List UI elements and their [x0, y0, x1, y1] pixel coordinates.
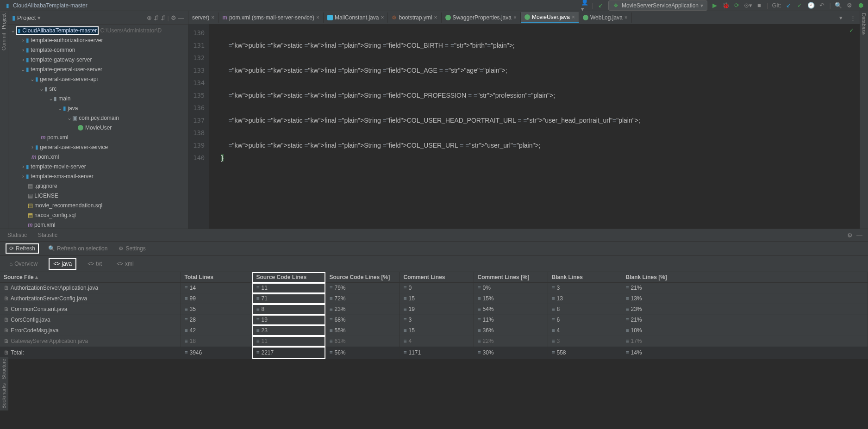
tree-item[interactable]: ⌄▣ com.pcy.domain	[8, 113, 188, 123]
tab-more-icon[interactable]: ⋮	[846, 14, 860, 21]
project-tool-tab[interactable]: Project	[0, 11, 7, 31]
tree-item[interactable]: ›▮ template-authorization-server	[8, 36, 188, 45]
table-row[interactable]: 🗎 CommonConstant.java≡35≡8≡23%≡19≡54%≡8≡…	[0, 304, 868, 315]
run-configuration-selector[interactable]: ❖ MovieServerServiceApplication ▾	[608, 0, 707, 11]
statistic-toolbar: ⟳Refresh 🔍Refresh on selection ⚙Settings	[0, 242, 868, 256]
col-blank-pct[interactable]: Blank Lines [%]	[622, 272, 868, 283]
file-icon: 🗎	[4, 349, 9, 356]
tree-root[interactable]: ⌄ ▮ CloudAlibabaTemplate-master C:\Users…	[8, 26, 188, 36]
tree-item[interactable]: ›▮ template-sms-mail-server	[8, 172, 188, 181]
col-comment-lines[interactable]: Comment Lines	[400, 272, 474, 283]
col-source-code-pct[interactable]: Source Code Lines [%]	[325, 272, 400, 283]
locate-icon[interactable]: ⊕	[147, 14, 152, 21]
col-total-lines[interactable]: Total Lines	[181, 272, 252, 283]
editor-tab[interactable]: ⚙bootstrap.yml×	[388, 12, 441, 23]
editor-tab[interactable]: MovieUser.java×	[521, 12, 579, 23]
filter-xml[interactable]: <>xml	[113, 259, 137, 269]
app-icon: ▮	[4, 2, 11, 9]
editor-tab[interactable]: SwaggerProperties.java×	[442, 12, 521, 23]
project-tree[interactable]: ⌄ ▮ CloudAlibabaTemplate-master C:\Users…	[8, 25, 188, 229]
statistic-tab-1[interactable]: Statistic	[6, 231, 29, 239]
table-row[interactable]: 🗎 GatewayServerApplication.java≡18≡11≡61…	[0, 336, 868, 347]
tree-item[interactable]: m pom.xml	[8, 152, 188, 162]
tree-item[interactable]: ⌄▮ java	[8, 104, 188, 113]
tree-item[interactable]: m pom.xml	[8, 220, 188, 229]
tree-item[interactable]: ›▮ template-movie-server	[8, 162, 188, 172]
git-revert-icon[interactable]: ↶	[818, 2, 826, 9]
settings-icon[interactable]: ⚙	[171, 14, 176, 21]
vcs-update-icon[interactable]: ↙	[597, 2, 605, 9]
editor-tab[interactable]: server)×	[188, 12, 219, 23]
user-icon[interactable]: 👤▾	[581, 2, 588, 9]
statistics-table[interactable]: Source File ▴ Total Lines Source Code Li…	[0, 272, 868, 359]
project-view-selector[interactable]: ▮ Project ▾	[12, 14, 147, 21]
tree-item[interactable]: ▤ LICENSE	[8, 191, 188, 201]
editor-tab[interactable]: mpom.xml (sms-mail-server-service)×	[219, 12, 324, 23]
profile-icon[interactable]: ⊙▾	[744, 2, 752, 9]
database-tool-tab[interactable]: Database	[860, 11, 868, 37]
table-row[interactable]: 🗎 AuthorizationServerConfig.java≡99≡71≡7…	[0, 293, 868, 304]
search-icon[interactable]: 🔍	[835, 2, 842, 9]
editor-area: server)×mpom.xml (sms-mail-server-servic…	[188, 11, 860, 229]
collapse-all-icon[interactable]: ⇵	[161, 14, 166, 21]
tree-item[interactable]: ▤ nacos_config.sql	[8, 211, 188, 220]
table-total-row: 🗎 Total: ≡3946 ≡2217 ≡56% ≡1171 ≡30% ≡55…	[0, 347, 868, 359]
root-path: C:\Users\Administrator\D	[100, 27, 162, 34]
coverage-icon[interactable]: ⟳	[733, 2, 741, 9]
tree-item[interactable]: m pom.xml	[8, 133, 188, 143]
tree-item[interactable]: ▤ movie_recommendation.sql	[8, 201, 188, 211]
inspection-ok-icon[interactable]: ✓	[849, 27, 854, 34]
editor-tab[interactable]: WebLog.java×	[579, 12, 632, 23]
bookmarks-tool-tab[interactable]: Bookmarks	[0, 381, 7, 410]
git-commit-icon[interactable]: ✓	[796, 2, 804, 9]
refresh-button[interactable]: ⟳Refresh	[6, 243, 39, 254]
tree-item[interactable]: ›▮ template-common	[8, 45, 188, 55]
settings-icon[interactable]: ⚙	[846, 2, 853, 9]
tree-item[interactable]: ⌄▮ src	[8, 84, 188, 94]
editor-tab[interactable]: MailConstant.java×	[324, 12, 388, 23]
code-editor[interactable]: 130131132133134135136137138139140 ="kw">…	[188, 24, 860, 229]
tree-item[interactable]: ⌄▮ template-general-user-server	[8, 65, 188, 75]
hide-icon[interactable]: —	[178, 14, 184, 21]
project-header-label: Project	[17, 14, 36, 21]
tree-item[interactable]: ›▮ general-user-server-service	[8, 143, 188, 152]
panel-settings-icon[interactable]: ⚙	[847, 232, 853, 239]
statistic-settings-button[interactable]: ⚙Settings	[117, 244, 147, 253]
col-source-code-lines[interactable]: Source Code Lines	[252, 272, 325, 283]
statistic-tab-2[interactable]: Statistic	[36, 231, 59, 239]
git-pull-icon[interactable]: ↙	[785, 2, 793, 9]
table-row[interactable]: 🗎 ErrorCodeMsg.java≡42≡23≡55%≡15≡36%≡4≡1…	[0, 325, 868, 336]
tab-dropdown-icon[interactable]: ▾	[836, 14, 846, 21]
refresh-on-selection-button[interactable]: 🔍Refresh on selection	[46, 244, 109, 253]
filter-java[interactable]: <>java	[49, 258, 76, 270]
col-blank-lines[interactable]: Blank Lines	[548, 272, 622, 283]
stop-icon[interactable]: ■	[756, 2, 763, 9]
git-history-icon[interactable]: 🕘	[807, 2, 815, 9]
left-bottom-stripe: Structure Bookmarks	[0, 357, 8, 410]
debug-icon[interactable]: 🐞	[722, 2, 730, 9]
col-source-file[interactable]: Source File ▴	[0, 272, 181, 283]
shield-icon[interactable]: ⬢	[857, 2, 864, 9]
table-header-row: Source File ▴ Total Lines Source Code Li…	[0, 272, 868, 283]
filter-txt[interactable]: <>txt	[84, 259, 106, 269]
bottom-panel-tabs: Statistic Statistic ⚙ —	[0, 229, 868, 242]
table-row[interactable]: 🗎 CorsConfig.java≡28≡19≡68%≡3≡11%≡6≡21%	[0, 315, 868, 325]
tree-item-movieuser[interactable]: MovieUser	[8, 123, 188, 133]
file-type-filters: ⌂Overview <>java <>txt <>xml	[0, 256, 868, 272]
left-tool-stripe: Project Commit	[0, 11, 8, 229]
structure-tool-tab[interactable]: Structure	[0, 357, 7, 381]
run-icon[interactable]: ▶	[711, 2, 718, 9]
tree-item[interactable]: ⌄▮ main	[8, 94, 188, 104]
panel-hide-icon[interactable]: —	[856, 232, 862, 239]
col-comment-pct[interactable]: Comment Lines [%]	[474, 272, 548, 283]
project-panel: ▮ Project ▾ ⊕ ⇵ ⇵ | ⚙ — ⌄ ▮ CloudAlibaba…	[8, 11, 188, 229]
toolbar-actions: 👤▾ | ↙ ❖ MovieServerServiceApplication ▾…	[581, 0, 864, 11]
commit-tool-tab[interactable]: Commit	[0, 31, 7, 52]
tree-item[interactable]: ›▮ template-gateway-server	[8, 55, 188, 65]
expand-all-icon[interactable]: ⇵	[154, 14, 159, 21]
filter-overview[interactable]: ⌂Overview	[6, 259, 41, 269]
tree-item[interactable]: ▤ .gitignore	[8, 181, 188, 191]
table-row[interactable]: 🗎 AuthorizationServerApplication.java≡14…	[0, 283, 868, 293]
tree-item[interactable]: ⌄▮ general-user-server-api	[8, 75, 188, 84]
code-content[interactable]: ="kw">public ="kw">static ="kw">final ="…	[209, 24, 645, 229]
